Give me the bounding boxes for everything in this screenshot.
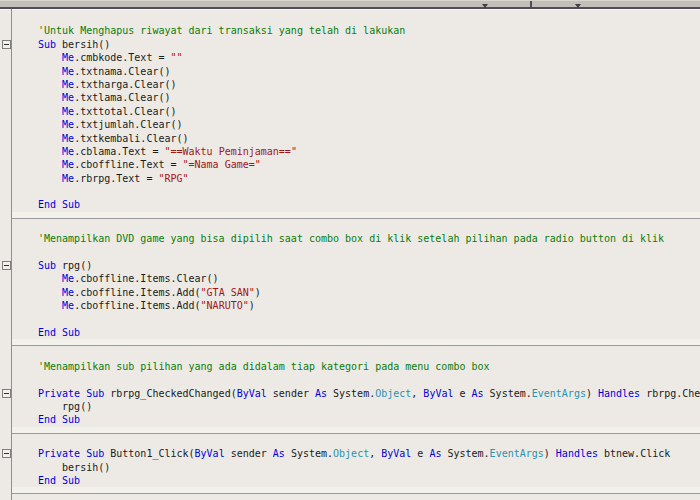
token-kw: Me: [62, 300, 74, 311]
outlining-margin: [0, 38, 12, 51]
token-kw: Sub: [38, 39, 56, 50]
code-text: End Sub: [12, 198, 700, 211]
token-ty: Object: [333, 448, 369, 459]
code-line[interactable]: [0, 346, 700, 359]
code-line[interactable]: Me.txtlama.Clear(): [0, 91, 700, 104]
code-line[interactable]: Private Sub rbrpg_CheckedChanged(ByVal s…: [0, 387, 700, 400]
token-pl: [38, 79, 62, 90]
navigation-bar: [0, 0, 700, 9]
token-pl: .txtnama.Clear(): [74, 66, 170, 77]
outlining-margin: [0, 326, 12, 339]
code-line[interactable]: Private Sub Button1_Click(ByVal sender A…: [0, 447, 700, 460]
code-line[interactable]: Me.txttotal.Clear(): [0, 105, 700, 118]
code-line[interactable]: [0, 434, 700, 447]
code-editor-area[interactable]: 'Untuk Menghapus riwayat dari transaksi …: [0, 9, 700, 500]
code-line[interactable]: Me.cboffline.Items.Add("GTA SAN"): [0, 286, 700, 299]
token-st: "==Waktu Peminjaman==": [164, 146, 296, 157]
chevron-down-icon[interactable]: [482, 4, 488, 8]
code-text: [12, 185, 700, 198]
token-pl: .txtjumlah.Clear(): [74, 119, 182, 130]
outlining-margin: [0, 259, 12, 272]
token-pl: [38, 119, 62, 130]
code-line[interactable]: End Sub: [0, 198, 700, 211]
token-kw: Me: [62, 173, 74, 184]
token-kw: Me: [62, 92, 74, 103]
outlining-margin: [0, 105, 12, 118]
token-pl: [38, 106, 62, 117]
token-kw: Me: [62, 79, 74, 90]
code-line[interactable]: bersih(): [0, 461, 700, 474]
fold-collapse-button[interactable]: [2, 261, 11, 270]
fold-collapse-button[interactable]: [2, 389, 11, 398]
code-editor-window: 'Untuk Menghapus riwayat dari transaksi …: [0, 0, 700, 500]
code-line[interactable]: 'Untuk Menghapus riwayat dari transaksi …: [0, 24, 700, 37]
code-line[interactable]: [0, 219, 700, 232]
token-kw: Me: [62, 273, 74, 284]
outlining-margin: [0, 51, 12, 64]
code-line[interactable]: Me.cboffline.Text = "=Nama Game=": [0, 158, 700, 171]
code-line[interactable]: [0, 313, 700, 326]
token-pl: bersih(): [38, 462, 110, 473]
code-line[interactable]: Sub rpg(): [0, 259, 700, 272]
token-pl: [38, 52, 62, 63]
token-pl: [38, 133, 62, 144]
code-line[interactable]: rpg(): [0, 400, 700, 413]
token-pl: e: [411, 448, 429, 459]
code-text: [12, 219, 700, 232]
token-kw: Me: [62, 133, 74, 144]
token-kw: ByVal: [195, 448, 225, 459]
code-line[interactable]: Me.txtnama.Clear(): [0, 65, 700, 78]
token-kw: Private Sub: [38, 388, 104, 399]
code-line[interactable]: Me.txtjumlah.Clear(): [0, 118, 700, 131]
outlining-margin: [0, 118, 12, 131]
token-pl: ): [249, 300, 255, 311]
token-pl: btnew.Click: [598, 448, 670, 459]
outlining-margin: [0, 65, 12, 78]
code-text: Private Sub Button1_Click(ByVal sender A…: [12, 447, 700, 460]
code-line[interactable]: Me.cmbkode.Text = "": [0, 51, 700, 64]
token-pl: .cboffline.Items.Clear(): [74, 273, 219, 284]
token-pl: .txtharga.Clear(): [74, 79, 176, 90]
outlining-margin: [0, 313, 12, 326]
token-pl: ,: [369, 448, 381, 459]
code-line[interactable]: End Sub: [0, 326, 700, 339]
code-line[interactable]: 'Menampilkan DVD game yang bisa dipilih …: [0, 232, 700, 245]
outlining-margin: [0, 232, 12, 245]
code-text: 'Menampilkan DVD game yang bisa dipilih …: [12, 232, 700, 245]
token-kw: As: [273, 448, 285, 459]
outlining-margin: [0, 158, 12, 171]
token-kw: Me: [62, 66, 74, 77]
token-pl: .txtkembali.Clear(): [74, 133, 188, 144]
token-pl: Button1_Click(: [104, 448, 194, 459]
code-line[interactable]: [0, 373, 700, 386]
outlining-margin: [0, 272, 12, 285]
fold-collapse-button[interactable]: [2, 40, 11, 49]
code-line[interactable]: Me.cblama.Text = "==Waktu Peminjaman==": [0, 145, 700, 158]
fold-collapse-button[interactable]: [2, 449, 11, 458]
code-line[interactable]: Me.txtharga.Clear(): [0, 78, 700, 91]
code-lines-container[interactable]: 'Untuk Menghapus riwayat dari transaksi …: [0, 9, 700, 494]
code-line[interactable]: End Sub: [0, 474, 700, 487]
chevron-down-icon[interactable]: [575, 4, 581, 8]
code-line[interactable]: [0, 185, 700, 198]
code-line[interactable]: Me.cboffline.Items.Add("NARUTO"): [0, 299, 700, 312]
token-kw: Private Sub: [38, 448, 104, 459]
token-pl: rpg(): [38, 401, 92, 412]
token-pl: rpg(): [56, 260, 92, 271]
code-line[interactable]: Me.rbrpg.Text = "RPG": [0, 172, 700, 185]
code-text: Me.cboffline.Text = "=Nama Game=": [12, 158, 700, 171]
code-line[interactable]: Me.txtkembali.Clear(): [0, 132, 700, 145]
code-line[interactable]: Me.cboffline.Items.Clear(): [0, 272, 700, 285]
code-line[interactable]: [0, 246, 700, 259]
code-line[interactable]: [0, 11, 700, 24]
code-line[interactable]: Sub bersih(): [0, 38, 700, 51]
code-line[interactable]: 'Menampilkan sub pilihan yang ada didala…: [0, 360, 700, 373]
code-line[interactable]: End Sub: [0, 413, 700, 426]
code-text: Me.cboffline.Items.Add("GTA SAN"): [12, 286, 700, 299]
procedure-separator: [12, 487, 700, 494]
token-pl: [38, 146, 62, 157]
code-text: Me.txtharga.Clear(): [12, 78, 700, 91]
token-kw: End Sub: [38, 327, 80, 338]
token-st: "RPG": [158, 173, 188, 184]
code-text: End Sub: [12, 413, 700, 426]
